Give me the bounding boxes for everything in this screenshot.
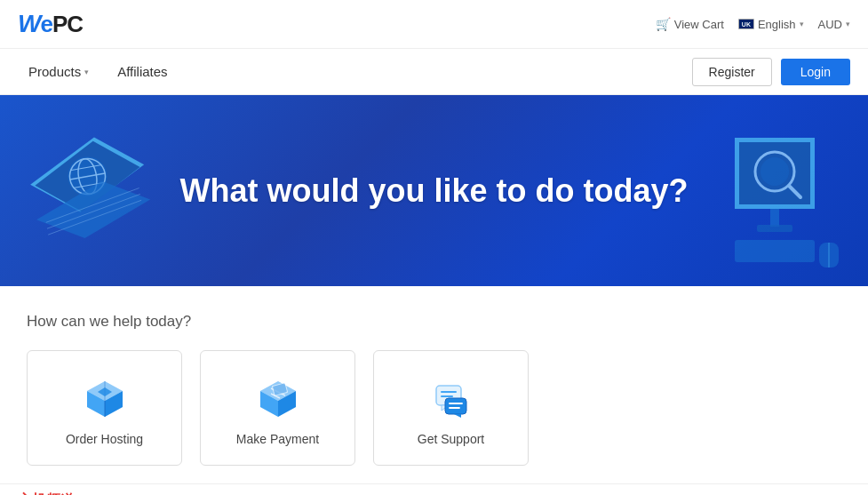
svg-rect-17 xyxy=(770,209,779,227)
hero-deco-left xyxy=(0,95,195,286)
top-right-actions: 🛒 View Cart UK English ▾ AUD ▾ xyxy=(656,17,850,31)
flag-icon: UK xyxy=(738,19,754,29)
support-label: Get Support xyxy=(418,432,485,446)
svg-rect-18 xyxy=(757,225,792,232)
laptop-icon xyxy=(0,102,178,280)
help-title: How can we help today? xyxy=(27,313,850,331)
language-chevron: ▾ xyxy=(800,20,804,28)
products-label: Products xyxy=(28,64,81,79)
top-bar: WePC 🛒 View Cart UK English ▾ AUD ▾ xyxy=(0,0,868,49)
card-get-support[interactable]: Get Support xyxy=(373,350,529,466)
view-cart-label: View Cart xyxy=(674,18,724,31)
bottom-bar: 主机频道 zhujipindao.com xyxy=(0,483,868,495)
nav-left: Products ▾ Affiliates xyxy=(18,57,179,86)
logo[interactable]: WePC xyxy=(18,10,83,38)
svg-marker-44 xyxy=(454,414,461,418)
nav-products[interactable]: Products ▾ xyxy=(18,57,100,86)
svg-point-15 xyxy=(760,157,789,186)
card-make-payment[interactable]: Make Payment xyxy=(200,350,355,466)
language-selector[interactable]: UK English ▾ xyxy=(738,18,804,31)
monitor-icon xyxy=(690,102,868,280)
affiliates-label: Affiliates xyxy=(117,64,167,79)
svg-rect-19 xyxy=(735,240,815,262)
nav-bar: Products ▾ Affiliates Register Login xyxy=(0,49,868,95)
support-icon xyxy=(426,374,475,423)
hosting-icon xyxy=(80,374,129,423)
card-order-hosting[interactable]: Order Hosting xyxy=(27,350,182,466)
nav-right: Register Login xyxy=(692,58,850,86)
hero-banner: What would you like to do today? xyxy=(0,95,868,286)
view-cart-link[interactable]: 🛒 View Cart xyxy=(656,17,724,31)
currency-selector[interactable]: AUD ▾ xyxy=(818,18,850,31)
service-cards: Order Hosting Make Paymen xyxy=(27,350,850,466)
login-button[interactable]: Login xyxy=(781,59,850,85)
nav-affiliates[interactable]: Affiliates xyxy=(107,57,178,86)
payment-icon xyxy=(253,374,302,423)
hero-deco-right xyxy=(673,95,868,286)
bottom-chinese-text: 主机频道 xyxy=(18,491,75,495)
hero-title: What would you like to do today? xyxy=(180,172,689,210)
payment-label: Make Payment xyxy=(236,432,319,446)
hosting-label: Order Hosting xyxy=(66,432,143,446)
products-chevron: ▾ xyxy=(84,68,89,76)
main-section: How can we help today? Order Hosting xyxy=(0,286,868,483)
currency-label: AUD xyxy=(818,18,842,31)
register-button[interactable]: Register xyxy=(692,58,772,86)
cart-icon: 🛒 xyxy=(656,17,671,31)
language-label: English xyxy=(758,18,796,31)
hero-content: What would you like to do today? xyxy=(180,172,689,210)
currency-chevron: ▾ xyxy=(846,20,850,28)
svg-rect-41 xyxy=(445,398,466,414)
